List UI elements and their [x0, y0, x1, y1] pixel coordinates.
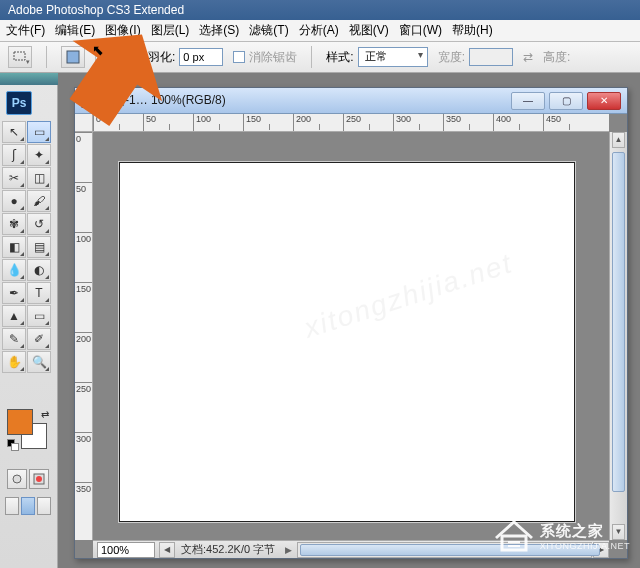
- feather-label: 羽化:: [148, 49, 175, 66]
- watermark: 系统之家 XITONGZHIJIA.NET: [494, 518, 630, 554]
- brush-tool[interactable]: 🖌: [27, 190, 51, 212]
- screenmode-full-icon[interactable]: [37, 497, 51, 515]
- foreground-color-swatch[interactable]: [7, 409, 33, 435]
- pen-tool[interactable]: ✒: [2, 282, 26, 304]
- feather-input[interactable]: [179, 48, 223, 66]
- menubar: 文件(F) 编辑(E) 图像(I) 图层(L) 选择(S) 滤镜(T) 分析(A…: [0, 20, 640, 42]
- swap-colors-icon[interactable]: ⇄: [41, 409, 49, 420]
- menu-window[interactable]: 窗口(W): [399, 22, 442, 39]
- ps-doc-icon: Ps: [81, 94, 95, 108]
- screenmode-standard-icon[interactable]: [5, 497, 19, 515]
- watermark-logo-icon: [494, 518, 534, 554]
- menu-analysis[interactable]: 分析(A): [299, 22, 339, 39]
- dock-tab[interactable]: [0, 73, 58, 85]
- document-title: 示题-1… 100%(RGB/8): [101, 92, 226, 109]
- zoom-tool[interactable]: 🔍: [27, 351, 51, 373]
- eraser-tool[interactable]: ◧: [2, 236, 26, 258]
- standard-mode-icon[interactable]: [7, 469, 27, 489]
- app-title: Adobe Photoshop CS3 Extended: [8, 3, 184, 17]
- active-tool-preset-icon[interactable]: ▾: [8, 46, 32, 68]
- clone-stamp-tool[interactable]: ✾: [2, 213, 26, 235]
- antialias-checkbox[interactable]: [233, 51, 245, 63]
- screenmode-row: [5, 497, 51, 519]
- width-input[interactable]: [469, 48, 513, 66]
- scroll-thumb-v[interactable]: [612, 152, 625, 492]
- maximize-button[interactable]: ▢: [549, 92, 583, 110]
- color-swatches: ⇄: [7, 409, 49, 457]
- menu-select[interactable]: 选择(S): [199, 22, 239, 39]
- menu-layer[interactable]: 图层(L): [151, 22, 190, 39]
- document-titlebar[interactable]: Ps 示题-1… 100%(RGB/8) ― ▢ ✕: [75, 88, 627, 114]
- width-label: 宽度:: [438, 49, 465, 66]
- spot-heal-tool[interactable]: ●: [2, 190, 26, 212]
- style-label: 样式:: [326, 49, 353, 66]
- menu-file[interactable]: 文件(F): [6, 22, 45, 39]
- dodge-tool[interactable]: ◐: [27, 259, 51, 281]
- gradient-tool[interactable]: ▤: [27, 236, 51, 258]
- type-tool[interactable]: T: [27, 282, 51, 304]
- svg-rect-0: [14, 52, 25, 60]
- menu-image[interactable]: 图像(I): [105, 22, 140, 39]
- slice-tool[interactable]: ◫: [27, 167, 51, 189]
- ps-logo-icon: Ps: [6, 91, 32, 115]
- scrollbar-vertical[interactable]: ▲ ▼: [609, 132, 627, 540]
- menu-filter[interactable]: 滤镜(T): [249, 22, 288, 39]
- svg-rect-3: [105, 55, 114, 64]
- document-window: Ps 示题-1… 100%(RGB/8) ― ▢ ✕ 0501001502002…: [74, 87, 628, 559]
- scroll-left-icon[interactable]: ◀: [159, 542, 175, 558]
- selection-new-icon[interactable]: [61, 46, 85, 68]
- app-titlebar: Adobe Photoshop CS3 Extended: [0, 0, 640, 20]
- default-colors-icon[interactable]: [7, 439, 19, 451]
- tool-options-bar: ▾ 羽化: 消除锯齿 样式: 正常 宽度: ⇄ 高度:: [0, 42, 640, 73]
- quickmask-row: [7, 469, 49, 491]
- crop-tool[interactable]: ✂: [2, 167, 26, 189]
- status-menu-icon[interactable]: ▶: [281, 545, 296, 555]
- canvas-viewport[interactable]: [93, 132, 609, 540]
- ruler-horizontal[interactable]: 050100150200250300350400450: [93, 114, 609, 132]
- height-label: 高度:: [543, 49, 570, 66]
- zoom-input[interactable]: 100%: [97, 542, 155, 558]
- marquee-tool[interactable]: ▭: [27, 121, 51, 143]
- minimize-button[interactable]: ―: [511, 92, 545, 110]
- close-button[interactable]: ✕: [587, 92, 621, 110]
- menu-view[interactable]: 视图(V): [349, 22, 389, 39]
- antialias-label: 消除锯齿: [249, 49, 297, 66]
- hand-tool[interactable]: ✋: [2, 351, 26, 373]
- path-select-tool[interactable]: ▲: [2, 305, 26, 327]
- ruler-corner: [75, 114, 93, 132]
- watermark-title: 系统之家: [540, 522, 604, 539]
- watermark-sub: XITONGZHIJIA.NET: [540, 541, 630, 551]
- left-dock: Ps ↖▭ʃ✦✂◫●🖌✾↺◧▤💧◐✒T▲▭✎✐✋🔍 ⇄: [0, 73, 58, 568]
- work-area: Ps 示题-1… 100%(RGB/8) ― ▢ ✕ 0501001502002…: [58, 73, 640, 568]
- svg-point-4: [13, 475, 21, 483]
- style-select[interactable]: 正常: [358, 47, 428, 67]
- toolbox: ↖▭ʃ✦✂◫●🖌✾↺◧▤💧◐✒T▲▭✎✐✋🔍: [2, 121, 54, 373]
- ruler-vertical[interactable]: 050100150200250300350: [75, 132, 93, 540]
- svg-point-6: [36, 476, 42, 482]
- shape-tool[interactable]: ▭: [27, 305, 51, 327]
- swap-wh-icon[interactable]: ⇄: [523, 50, 533, 64]
- selection-add-icon[interactable]: [95, 46, 119, 68]
- canvas[interactable]: [119, 162, 575, 522]
- document-status: 文档:452.2K/0 字节: [175, 542, 281, 557]
- quickmask-mode-icon[interactable]: [29, 469, 49, 489]
- history-brush-tool[interactable]: ↺: [27, 213, 51, 235]
- menu-help[interactable]: 帮助(H): [452, 22, 493, 39]
- svg-rect-1: [67, 51, 79, 63]
- move-tool[interactable]: ↖: [2, 121, 26, 143]
- scroll-up-icon[interactable]: ▲: [612, 132, 625, 148]
- magic-wand-tool[interactable]: ✦: [27, 144, 51, 166]
- menu-edit[interactable]: 编辑(E): [55, 22, 95, 39]
- blur-tool[interactable]: 💧: [2, 259, 26, 281]
- screenmode-full-menubar-icon[interactable]: [21, 497, 35, 515]
- lasso-tool[interactable]: ʃ: [2, 144, 26, 166]
- notes-tool[interactable]: ✎: [2, 328, 26, 350]
- eyedropper-tool[interactable]: ✐: [27, 328, 51, 350]
